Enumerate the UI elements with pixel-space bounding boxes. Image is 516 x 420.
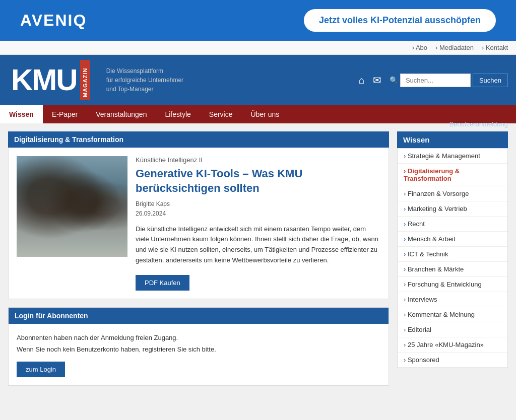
sidebar-item-mensch[interactable]: Mensch & Arbeit xyxy=(398,232,507,247)
site-header: KMU MAGAZIN Die Wissensplattform für erf… xyxy=(0,55,516,105)
main-content: Digitalisierung & Transformation Künstli… xyxy=(8,131,389,386)
login-text-line2: Wenn Sie noch kein Benutzerkonto haben, … xyxy=(17,343,380,355)
sidebar-item-interviews[interactable]: Interviews xyxy=(398,292,507,307)
article-text: Die künstliche Intelligenz entwickelt si… xyxy=(136,224,380,266)
sidebar-item-editorial[interactable]: Editorial xyxy=(398,322,507,337)
sidebar-item-finanzen[interactable]: Finanzen & Vorsorge xyxy=(398,186,507,201)
nav-item-lifestyle[interactable]: Lifestyle xyxy=(156,105,200,123)
article-title: Generative KI-Tools – Was KMU berücksich… xyxy=(136,167,380,195)
sidebar-item-branchen[interactable]: Branchen & Märkte xyxy=(398,262,507,277)
search-form: 🔍 Suchen xyxy=(390,74,508,87)
mail-icon[interactable]: ✉ xyxy=(373,74,381,86)
pdf-kaufen-button[interactable]: PDF Kaufen xyxy=(136,275,189,291)
login-box: Login für Abonnenten Abonnenten haben na… xyxy=(8,307,389,386)
article-category: Künstliche Intelligenz II xyxy=(136,156,380,164)
section-title: Digitalisierung & Transformation xyxy=(8,131,389,148)
kmu-logo-text: KMU xyxy=(8,60,80,100)
top-navigation: Abo Mediadaten Kontakt xyxy=(0,41,516,55)
search-icon: 🔍 xyxy=(390,76,398,84)
content-layout: Digitalisierung & Transformation Künstli… xyxy=(8,131,508,386)
article-image xyxy=(17,156,127,257)
advertisement-banner: AVENIQ Jetzt volles KI-Potenzial ausschö… xyxy=(0,0,516,41)
article-author: Brigitte Kaps 26.09.2024 xyxy=(136,199,380,219)
top-nav-kontakt[interactable]: Kontakt xyxy=(482,44,508,51)
sidebar-item-forschung[interactable]: Forschung & Entwicklung xyxy=(398,277,507,292)
nav-item-epaper[interactable]: E-Paper xyxy=(43,105,87,123)
benutzeranmeldung-link[interactable]: Benutzeranmeldung xyxy=(449,120,508,128)
nav-item-veranstaltungen[interactable]: Veranstaltungen xyxy=(87,105,156,123)
sidebar-item-25jahre[interactable]: 25 Jahre «KMU-Magazin» xyxy=(398,337,507,353)
kmu-logo[interactable]: KMU MAGAZIN xyxy=(8,60,90,100)
article-card: Künstliche Intelligenz II Generative KI-… xyxy=(8,148,389,299)
sidebar: Wissen Strategie & Management Digitalisi… xyxy=(397,131,508,386)
header-icons: ⌂ ✉ xyxy=(359,74,381,86)
page-wrapper: Digitalisierung & Transformation Künstli… xyxy=(0,123,516,394)
nav-item-ueber-uns[interactable]: Über uns xyxy=(242,105,289,123)
site-tagline: Die Wissensplattform für erfolgreiche Un… xyxy=(98,66,351,94)
sidebar-item-kommentar[interactable]: Kommentar & Meinung xyxy=(398,307,507,322)
sidebar-item-digitalisierung[interactable]: Digitalisierung & Transformation xyxy=(398,164,507,186)
sidebar-item-marketing[interactable]: Marketing & Vertrieb xyxy=(398,201,507,217)
sidebar-nav: Strategie & Management Digitalisierung &… xyxy=(397,148,508,368)
login-text-line1: Abonnenten haben nach der Anmeldung frei… xyxy=(17,332,380,343)
nav-item-service[interactable]: Service xyxy=(200,105,242,123)
top-nav-abo[interactable]: Abo xyxy=(412,44,427,51)
sidebar-item-recht[interactable]: Recht xyxy=(398,217,507,232)
sidebar-item-sponsored[interactable]: Sponsored xyxy=(398,353,507,368)
main-navigation: Wissen E-Paper Veranstaltungen Lifestyle… xyxy=(0,105,516,123)
home-icon[interactable]: ⌂ xyxy=(359,75,365,86)
login-button[interactable]: zum Login xyxy=(17,362,65,377)
top-nav-mediadaten[interactable]: Mediadaten xyxy=(435,44,474,51)
sidebar-title: Wissen xyxy=(397,131,508,148)
sidebar-item-strategie[interactable]: Strategie & Management xyxy=(398,149,507,164)
login-body: Abonnenten haben nach der Anmeldung frei… xyxy=(9,324,389,385)
search-button[interactable]: Suchen xyxy=(473,74,508,87)
aveniq-logo: AVENIQ xyxy=(20,11,87,30)
sidebar-item-ict[interactable]: ICT & Technik xyxy=(398,247,507,262)
nav-item-wissen[interactable]: Wissen xyxy=(0,105,43,123)
search-input[interactable] xyxy=(400,74,471,87)
login-header: Login für Abonnenten xyxy=(9,308,389,324)
banner-cta-button[interactable]: Jetzt volles KI-Potenzial ausschöpfen xyxy=(304,9,496,32)
kmu-logo-magazin: MAGAZIN xyxy=(80,60,90,100)
article-body: Künstliche Intelligenz II Generative KI-… xyxy=(136,156,380,291)
